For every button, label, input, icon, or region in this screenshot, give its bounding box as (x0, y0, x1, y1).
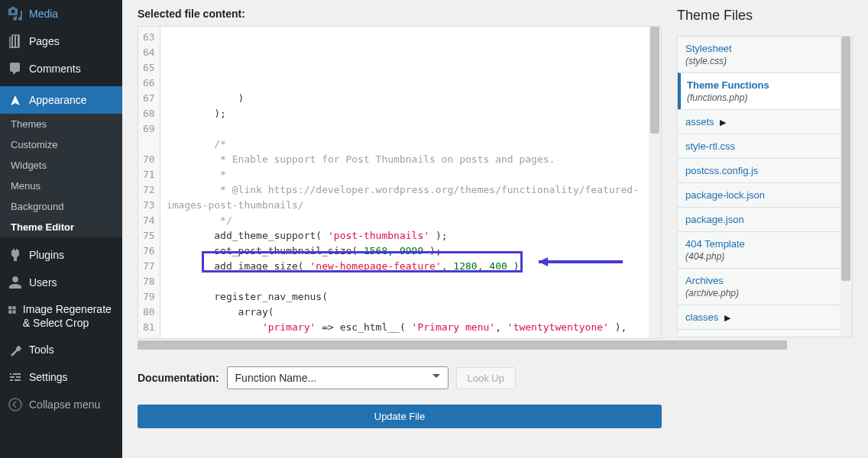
code-line: add_theme_support( 'post-thumbnails' ); (167, 228, 643, 244)
file-sub: (functions.php) (687, 92, 832, 103)
submenu-item-menus[interactable]: Menus (0, 176, 122, 196)
submenu-item-background[interactable]: Background (0, 196, 122, 217)
code-line: 'footer' => __( 'Secondary menu', 'twent… (167, 335, 643, 338)
sidebar-item-users[interactable]: Users (0, 269, 122, 296)
code-editor[interactable]: 63646566676869 707172737475767778798081 … (138, 26, 662, 339)
file-item-assets[interactable]: assets ▶ (678, 109, 840, 134)
sidebar-item-tools[interactable]: Tools (0, 336, 122, 363)
editor-heading: Selected file content: (138, 8, 662, 20)
pages-icon (8, 34, 23, 49)
code-line (167, 121, 643, 137)
main-content: Selected file content: 63646566676869 70… (122, 0, 868, 458)
svg-point-4 (9, 398, 21, 411)
submenu-item-widgets[interactable]: Widgets (0, 155, 122, 176)
horizontal-scrollbar[interactable] (138, 339, 662, 351)
sidebar-item-settings[interactable]: Settings (0, 363, 122, 391)
chevron-right-icon: ▶ (724, 313, 730, 322)
file-item-style-rtl-css[interactable]: style-rtl.css (678, 134, 840, 158)
files-scrollbar[interactable] (840, 37, 852, 337)
collapse-icon (8, 397, 23, 412)
menu-label: Settings (29, 371, 68, 383)
theme-files-heading: Theme Files (677, 8, 853, 24)
menu-label: Collapse menu (29, 398, 100, 411)
menu-label: Media (29, 8, 58, 20)
svg-rect-0 (8, 306, 11, 309)
code-line: * (167, 167, 643, 182)
sidebar-item-collapse-menu[interactable]: Collapse menu (0, 391, 122, 418)
file-item-comments[interactable]: Comments (678, 329, 840, 337)
code-line (167, 274, 643, 289)
sidebar-item-pages[interactable]: Pages (0, 27, 122, 55)
code-line: /* (167, 137, 643, 152)
file-list: Stylesheet(style.css)Theme Functions(fun… (677, 36, 853, 337)
file-item-404-template[interactable]: 404 Template(404.php) (678, 231, 840, 268)
code-line: ) (167, 91, 643, 106)
submenu-item-customize[interactable]: Customize (0, 134, 122, 155)
file-sub: (style.css) (685, 56, 832, 66)
file-item-classes[interactable]: classes ▶ (678, 305, 840, 329)
menu-label: Users (29, 276, 57, 289)
menu-label: Tools (29, 344, 54, 356)
admin-sidebar: MediaPagesComments Appearance ThemesCust… (0, 0, 122, 458)
menu-label: Appearance (29, 94, 87, 106)
svg-rect-1 (13, 306, 16, 309)
file-item-package-lock-json[interactable]: package-lock.json (678, 182, 840, 207)
plugins-icon (8, 247, 23, 263)
imgregen-icon (8, 302, 17, 318)
file-item-package-json[interactable]: package.json (678, 207, 840, 231)
line-gutter: 63646566676869 707172737475767778798081 (138, 27, 160, 338)
code-line: * @link https://developer.wordpress.org/… (167, 182, 643, 213)
sidebar-item-media[interactable]: Media (0, 0, 122, 27)
media-icon (8, 6, 23, 21)
users-icon (8, 275, 23, 290)
svg-rect-2 (8, 311, 11, 314)
sidebar-item-appearance[interactable]: Appearance (0, 86, 122, 114)
file-item-theme-functions[interactable]: Theme Functions(functions.php) (678, 73, 840, 109)
code-line: array( (167, 305, 643, 320)
code-line: add_image_size( 'new-homepage-feature', … (167, 259, 643, 274)
submenu-item-theme-editor[interactable]: Theme Editor (0, 217, 122, 237)
code-line: set_post_thumbnail_size( 1568, 9999 ); (167, 244, 643, 259)
menu-label: Pages (29, 35, 60, 47)
code-line: * Enable support for Post Thumbnails on … (167, 152, 643, 167)
tools-icon (8, 342, 23, 357)
sidebar-item-image-regenerate-select-crop[interactable]: Image Regenerate & Select Crop (0, 296, 122, 336)
vertical-scrollbar[interactable] (649, 27, 661, 338)
menu-label: Comments (29, 63, 81, 75)
look-up-button[interactable]: Look Up (456, 367, 516, 389)
settings-icon (8, 369, 23, 385)
code-line: register_nav_menus( (167, 289, 643, 305)
appearance-icon (8, 92, 23, 108)
code-line: */ (167, 213, 643, 228)
file-item-stylesheet[interactable]: Stylesheet(style.css) (678, 37, 840, 73)
code-area[interactable]: ) ); /* * Enable support for Post Thumbn… (160, 27, 649, 338)
code-line: ); (167, 106, 643, 121)
comments-icon (8, 61, 23, 76)
sidebar-item-plugins[interactable]: Plugins (0, 241, 122, 269)
chevron-right-icon: ▶ (720, 118, 726, 127)
file-sub: (archive.php) (685, 288, 832, 298)
file-sub: (404.php) (685, 251, 832, 262)
update-file-button[interactable]: Update File (138, 405, 662, 428)
submenu-item-themes[interactable]: Themes (0, 114, 122, 134)
file-item-archives[interactable]: Archives(archive.php) (678, 268, 840, 305)
function-select[interactable]: Function Name... (227, 366, 449, 389)
menu-label: Image Regenerate & Select Crop (23, 302, 116, 330)
svg-rect-3 (13, 311, 16, 314)
documentation-label: Documentation: (138, 372, 219, 384)
code-line: 'primary' => esc_html__( 'Primary menu',… (167, 320, 643, 335)
sidebar-item-comments[interactable]: Comments (0, 55, 122, 82)
file-item-postcss-config-js[interactable]: postcss.config.js (678, 158, 840, 182)
menu-label: Plugins (29, 249, 64, 261)
